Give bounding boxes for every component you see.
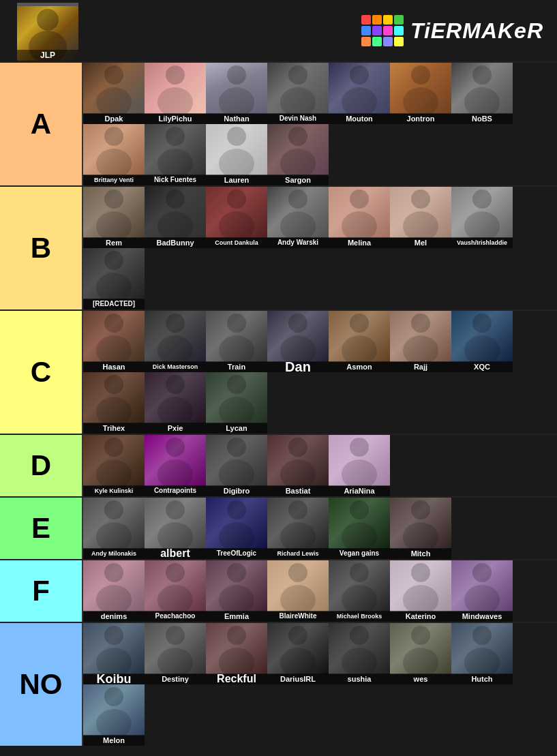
- person-label-hutch: Hutch: [451, 674, 513, 684]
- person-label-vaush: Vaush/Irishladdie: [451, 237, 513, 248]
- svg-point-24: [104, 190, 123, 209]
- avatar-reckful: [206, 623, 267, 674]
- person-tree: TreeOfLogic: [206, 498, 267, 559]
- svg-point-102: [288, 626, 307, 645]
- svg-point-70: [104, 500, 123, 519]
- person-label-richard: Richard Lewis: [267, 548, 329, 559]
- person-label-badbunny: BadBunny: [145, 237, 206, 248]
- avatar-destiny: [145, 623, 206, 674]
- svg-point-78: [350, 500, 369, 519]
- svg-point-82: [104, 563, 123, 582]
- person-label-andyw: Andy Warski: [267, 237, 329, 248]
- svg-point-5: [157, 87, 193, 114]
- tier-row-e: E Andy Milonakis albert TreeOfLogic Rich…: [0, 496, 557, 559]
- svg-point-10: [350, 65, 369, 85]
- person-label-dariusirl: DariusIRL: [267, 674, 329, 684]
- person-label-nathan: Nathan: [206, 113, 267, 124]
- person-brittany: Brittany Venti: [83, 124, 145, 185]
- person-vaush: Vaush/Irishladdie: [451, 187, 513, 248]
- person-label-andym: Andy Milonakis: [83, 548, 145, 559]
- person-mitch: Mitch: [390, 498, 451, 559]
- person-label-mel: Mel: [390, 237, 451, 248]
- avatar-train: [206, 311, 267, 362]
- tier-row-d: D Kyle Kulinski Contrapoints Digibro Bas…: [0, 434, 557, 496]
- tier-container: A Dpak LilyPichu Nathan Devin Nash Mouto…: [0, 61, 557, 746]
- svg-point-15: [464, 87, 500, 114]
- person-sargon: Sargon: [267, 124, 329, 185]
- svg-point-6: [227, 65, 246, 85]
- avatar-xqc: [451, 311, 513, 362]
- tier-label-b: B: [0, 187, 82, 309]
- tier-label-a: A: [0, 63, 82, 185]
- person-label-redacted: [REDACTED]: [83, 299, 145, 309]
- person-sushia: sushia: [329, 623, 390, 684]
- person-label-vegan: Vegan gains: [329, 548, 390, 559]
- person-label-dickm: Dick Masterson: [145, 361, 206, 372]
- svg-point-25: [96, 211, 132, 238]
- person-label-wes: wes: [390, 674, 451, 684]
- person-label-koibu: Koibu: [83, 674, 145, 684]
- person-xqc: XQC: [451, 311, 513, 372]
- svg-point-111: [96, 709, 132, 736]
- tier-row-f: F denims Peachachoo Emmia BlaireWhite Mi…: [0, 559, 557, 622]
- person-label-lilypichu: LilyPichu: [145, 113, 206, 124]
- person-rajj: Rajj: [390, 311, 451, 372]
- svg-point-81: [403, 522, 438, 549]
- avatar-kyleK: [83, 435, 145, 486]
- person-label-tree: TreeOfLogic: [206, 548, 267, 559]
- svg-point-77: [280, 522, 316, 549]
- tier-row-b: B Rem BadBunny Count Dankula Andy Warski…: [0, 185, 557, 309]
- svg-point-14: [472, 65, 492, 85]
- person-label-destiny: Destiny: [145, 674, 206, 684]
- svg-point-48: [350, 314, 369, 333]
- person-michaelb: Michael Brooks: [329, 560, 390, 622]
- svg-point-42: [166, 314, 185, 333]
- person-blaireW: BlaireWhite: [267, 560, 329, 622]
- svg-point-29: [219, 211, 254, 238]
- svg-point-63: [157, 459, 193, 486]
- person-label-melina: Melina: [329, 237, 390, 248]
- avatar-rem: [83, 187, 145, 238]
- svg-point-62: [166, 438, 185, 457]
- svg-point-68: [350, 438, 369, 457]
- svg-point-9: [280, 87, 316, 114]
- avatar-asmon: [329, 311, 390, 362]
- svg-point-79: [342, 522, 377, 549]
- avatar-dickm: [145, 311, 206, 362]
- person-andym: Andy Milonakis: [83, 498, 145, 559]
- svg-point-89: [280, 585, 316, 611]
- svg-point-88: [288, 563, 307, 582]
- svg-point-97: [96, 648, 132, 674]
- svg-point-54: [104, 375, 123, 394]
- avatar-koibu: [83, 623, 145, 674]
- person-lilypichu: LilyPichu: [145, 63, 206, 124]
- svg-point-85: [157, 585, 193, 611]
- person-label-michaelb: Michael Brooks: [329, 611, 390, 622]
- svg-point-45: [219, 335, 254, 362]
- svg-point-110: [104, 687, 123, 706]
- person-reckful: Reckful: [206, 623, 267, 684]
- person-peachachoo: Peachachoo: [145, 560, 206, 622]
- avatar-michaelb: [329, 560, 390, 611]
- person-andyw: Andy Warski: [267, 187, 329, 248]
- avatar-jontron: [390, 63, 451, 114]
- svg-point-8: [288, 65, 307, 85]
- svg-point-59: [219, 397, 254, 423]
- person-label-bastiat: Bastiat: [267, 485, 329, 496]
- person-albert: albert: [145, 498, 206, 559]
- tier-label-c: C: [0, 311, 82, 434]
- person-label-jontron: Jontron: [390, 113, 451, 124]
- svg-point-28: [227, 190, 246, 209]
- svg-point-50: [411, 314, 430, 333]
- svg-point-57: [157, 397, 193, 423]
- avatar-richard: [267, 498, 329, 549]
- avatar-dariusirl: [267, 623, 329, 674]
- avatar-dan: [267, 311, 329, 362]
- avatar-tree: [206, 498, 267, 549]
- person-arianina: AriaNina: [329, 435, 390, 496]
- person-label-train: Train: [206, 361, 267, 372]
- svg-point-27: [157, 211, 193, 238]
- person-label-albert: albert: [145, 548, 206, 559]
- person-label-trihex: Trihex: [83, 423, 145, 434]
- person-emmia: Emmia: [206, 560, 267, 622]
